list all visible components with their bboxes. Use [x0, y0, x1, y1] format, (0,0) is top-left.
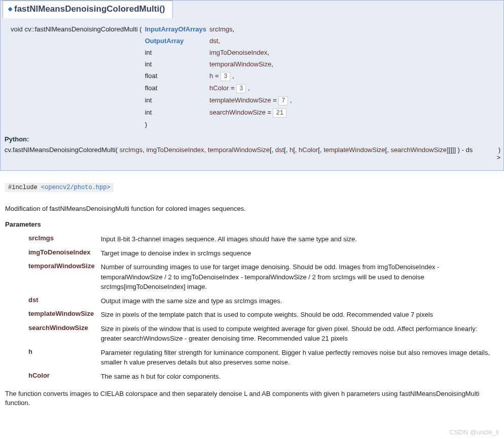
param-desc: Size in pixels of the template patch tha… [98, 308, 499, 322]
sig-row: intimgToDenoiseIndex, [11, 47, 295, 58]
py-param: hColor [299, 146, 318, 154]
param-name: imgToDenoiseIndex [25, 246, 98, 261]
param-desc: The same as h but for color components. [98, 370, 499, 384]
param-name: srcImgs [25, 232, 98, 246]
sig-col-param: srcImgs, [209, 23, 295, 35]
sig-col-type: float [145, 70, 209, 82]
sig-row: OutputArraydst, [11, 35, 295, 47]
param-name: h [25, 346, 98, 370]
sig-col-prefix: void cv::fastNlMeansDenoisingColoredMult… [11, 23, 145, 35]
param-row: dstOutput image with the same size and t… [25, 294, 499, 308]
py-right-top: ) [498, 146, 500, 154]
python-label: Python: [5, 135, 503, 143]
py-right-bot: > [496, 154, 500, 161]
title-bullet-icon: ◆ [8, 6, 12, 12]
sig-col-type: int [145, 47, 209, 58]
sig-row: intsearchWindowSize = 21 [11, 106, 295, 119]
param-name: searchWindowSize [25, 322, 98, 346]
param-desc: Target image to denoise index in srcImgs… [98, 246, 499, 261]
python-signature: ) > cv.fastNlMeansDenoisingColoredMulti(… [5, 146, 500, 161]
description-tail: The function converts images to CIELAB c… [5, 389, 499, 408]
py-param: srcImgs [120, 146, 143, 154]
param-name: temporalWindowSize [25, 260, 98, 294]
param-name: hColor [25, 370, 98, 384]
sig-col-type[interactable]: InputArrayOfArrays [145, 23, 209, 35]
function-title: fastNlMeansDenoisingColoredMulti() [14, 4, 165, 14]
param-row: templateWindowSizeSize in pixels of the … [25, 308, 499, 322]
sig-col-param: searchWindowSize = 21 [209, 106, 295, 119]
sig-col-param: h = 3 , [209, 70, 295, 82]
sig-row: void cv::fastNlMeansDenoisingColoredMult… [11, 23, 295, 35]
sig-col-param: templateWindowSize = 7 , [209, 94, 295, 106]
sig-row-close: ) [11, 119, 295, 130]
function-title-tab: ◆fastNlMeansDenoisingColoredMulti() [3, 1, 173, 18]
param-row: srcImgsInput 8-bit 3-channel images sequ… [25, 232, 499, 246]
sig-col-type[interactable]: OutputArray [145, 35, 209, 47]
sig-col-type: int [145, 94, 209, 106]
sig-col-type: float [145, 82, 209, 94]
sig-row: floath = 3 , [11, 70, 295, 82]
cpp-signature-table: void cv::fastNlMeansDenoisingColoredMult… [11, 23, 295, 130]
prototype-panel: ◆fastNlMeansDenoisingColoredMulti() void… [0, 0, 504, 171]
sig-col-prefix [11, 47, 145, 58]
include-path[interactable]: <opencv2/photo.hpp> [41, 184, 111, 191]
py-param: templateWindowSize [323, 146, 385, 154]
param-row: imgToDenoiseIndexTarget image to denoise… [25, 246, 499, 261]
py-param: searchWindowSize [390, 146, 447, 154]
param-desc: Input 8-bit 3-channel images sequence. A… [98, 232, 499, 246]
brief-description: Modification of fastNlMeansDenoisingMult… [5, 204, 499, 213]
param-row: temporalWindowSizeNumber of surrounding … [25, 260, 499, 294]
sig-col-prefix [11, 35, 145, 47]
sig-col-param: imgToDenoiseIndex, [209, 47, 295, 58]
param-name: dst [25, 294, 98, 308]
sig-col-prefix [11, 58, 145, 70]
sig-col-prefix [11, 70, 145, 82]
py-param: dst [275, 146, 284, 154]
param-row: hColorThe same as h but for color compon… [25, 370, 499, 384]
param-desc: Output image with the same size and type… [98, 294, 499, 308]
param-row: hParameter regulating filter strength fo… [25, 346, 499, 370]
py-param: temporalWindowSize [208, 146, 270, 154]
sig-col-type: int [145, 106, 209, 119]
sig-row: inttemporalWindowSize, [11, 58, 295, 70]
param-desc: Number of surrounding images to use for … [98, 260, 499, 294]
sig-col-prefix [11, 94, 145, 106]
param-row: searchWindowSizeSize in pixels of the wi… [25, 322, 499, 346]
sig-col-param: temporalWindowSize, [209, 58, 295, 70]
py-param: imgToDenoiseIndex [146, 146, 204, 154]
sig-col-param: dst, [209, 35, 295, 47]
param-name: templateWindowSize [25, 308, 98, 322]
sig-col-prefix [11, 106, 145, 119]
sig-row: inttemplateWindowSize = 7 , [11, 94, 295, 106]
sig-row: floathColor = 3 , [11, 82, 295, 94]
parameters-heading: Parameters [5, 221, 504, 228]
py-prefix: cv.fastNlMeansDenoisingColoredMulti( [5, 146, 118, 154]
param-desc: Parameter regulating filter strength for… [98, 346, 499, 370]
param-desc: Size in pixels of the window that is use… [98, 322, 499, 346]
sig-col-param: hColor = 3 , [209, 82, 295, 94]
include-keyword: #include [8, 184, 41, 191]
sig-col-type: int [145, 58, 209, 70]
include-directive: #include <opencv2/photo.hpp> [5, 183, 114, 192]
parameters-table: srcImgsInput 8-bit 3-channel images sequ… [25, 232, 499, 383]
sig-col-prefix [11, 82, 145, 94]
python-sig-right: ) > [496, 146, 500, 161]
watermark: CSDN @uncle_ll [449, 428, 499, 436]
